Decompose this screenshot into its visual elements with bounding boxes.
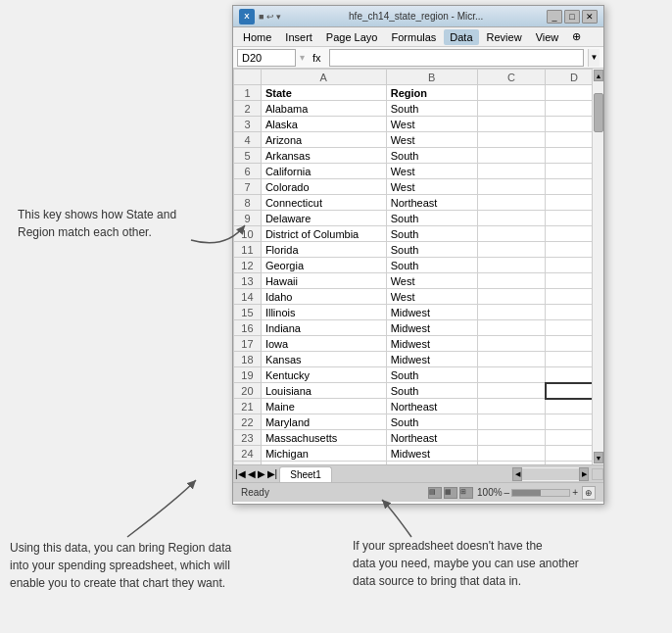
table-row[interactable]: 21MaineNortheast [234,399,603,414]
scroll-left-btn[interactable]: ◀ [512,467,522,481]
menu-item-review[interactable]: Review [481,29,528,45]
table-row[interactable]: 19KentuckySouth [234,367,603,383]
sheet-tab-sheet1[interactable]: Sheet1 [279,466,332,482]
table-row[interactable]: 5ArkansasSouth [234,148,603,164]
cell-region-15[interactable]: Midwest [386,305,477,320]
cell-state-24[interactable]: Michigan [261,446,386,462]
cell-c-25[interactable] [477,462,546,465]
cell-region-24[interactable]: Midwest [386,446,477,462]
menu-item-home[interactable]: Home [237,29,277,45]
tab-last[interactable]: ▶| [267,468,278,479]
cell-region-14[interactable]: West [386,289,477,305]
table-row[interactable]: 10District of ColumbiaSouth [234,226,603,242]
cell-region-6[interactable]: West [386,164,477,179]
cell-c-4[interactable] [477,132,546,148]
cell-region-10[interactable]: South [386,226,477,242]
cell-region-16[interactable]: Midwest [386,320,477,336]
cell-state-2[interactable]: Alabama [261,101,386,117]
table-row[interactable]: 15IllinoisMidwest [234,305,603,320]
cell-c-17[interactable] [477,336,546,352]
table-row[interactable]: 2AlabamaSouth [234,101,603,117]
cell-c-14[interactable] [477,289,546,305]
cell-region-20[interactable]: South [386,383,477,399]
cell-state-17[interactable]: Iowa [261,336,386,352]
table-row[interactable]: 4ArizonaWest [234,132,603,148]
cell-state-3[interactable]: Alaska [261,117,386,132]
horizontal-scrollbar[interactable]: ◀ ▶ [511,466,590,482]
cell-c-5[interactable] [477,148,546,164]
cell-state-4[interactable]: Arizona [261,132,386,148]
tab-first[interactable]: |◀ [235,468,246,479]
cell-region-12[interactable]: South [386,258,477,273]
cell-state-10[interactable]: District of Columbia [261,226,386,242]
cell-c-7[interactable] [477,179,546,195]
cell-region-1[interactable]: Region [386,85,477,101]
tab-prev[interactable]: ◀ [248,468,256,479]
menu-item-view[interactable]: View [530,29,565,45]
resize-handle[interactable] [592,468,603,480]
cell-c-8[interactable] [477,195,546,211]
formula-button[interactable]: fx [309,51,325,65]
cell-region-4[interactable]: West [386,132,477,148]
vertical-scrollbar[interactable]: ▲ ▼ [592,69,603,464]
cell-c-15[interactable] [477,305,546,320]
cell-c-1[interactable] [477,85,546,101]
cell-region-17[interactable]: Midwest [386,336,477,352]
cell-state-12[interactable]: Georgia [261,258,386,273]
cell-region-11[interactable]: South [386,242,477,258]
table-row[interactable]: 13HawaiiWest [234,273,603,289]
cell-c-20[interactable] [477,383,546,399]
cell-region-5[interactable]: South [386,148,477,164]
cell-c-18[interactable] [477,352,546,367]
table-row[interactable]: 24MichiganMidwest [234,446,603,462]
cell-c-6[interactable] [477,164,546,179]
tab-next[interactable]: ▶ [258,468,265,479]
cell-region-23[interactable]: Northeast [386,430,477,446]
cell-region-8[interactable]: Northeast [386,195,477,211]
cell-state-11[interactable]: Florida [261,242,386,258]
cell-state-8[interactable]: Connecticut [261,195,386,211]
cell-c-11[interactable] [477,242,546,258]
cell-c-16[interactable] [477,320,546,336]
table-row[interactable]: 1StateRegion [234,85,603,101]
cell-c-23[interactable] [477,430,546,446]
cell-state-16[interactable]: Indiana [261,320,386,336]
cell-state-6[interactable]: California [261,164,386,179]
scroll-up-btn[interactable]: ▲ [594,70,603,81]
cell-state-18[interactable]: Kansas [261,352,386,367]
cell-state-13[interactable]: Hawaii [261,273,386,289]
cell-region-22[interactable]: South [386,414,477,430]
scroll-down-btn[interactable]: ▼ [594,452,603,463]
cell-state-7[interactable]: Colorado [261,179,386,195]
name-box[interactable]: D20 [237,49,296,67]
table-row[interactable]: 18KansasMidwest [234,352,603,367]
cell-region-21[interactable]: Northeast [386,399,477,414]
table-row[interactable]: 6CaliforniaWest [234,164,603,179]
cell-state-23[interactable]: Massachusetts [261,430,386,446]
cell-state-22[interactable]: Maryland [261,414,386,430]
cell-state-20[interactable]: Louisiana [261,383,386,399]
cell-region-2[interactable]: South [386,101,477,117]
cell-region-3[interactable]: West [386,117,477,132]
table-row[interactable]: 22MarylandSouth [234,414,603,430]
cell-c-2[interactable] [477,101,546,117]
restore-button[interactable]: □ [564,10,580,24]
cell-region-9[interactable]: South [386,211,477,226]
table-row[interactable]: 3AlaskaWest [234,117,603,132]
zoom-minus[interactable]: – [504,487,510,498]
cell-c-21[interactable] [477,399,546,414]
cell-c-9[interactable] [477,211,546,226]
table-row[interactable]: 25MinnesotaMidwest [234,462,603,465]
table-row[interactable]: 16IndianaMidwest [234,320,603,336]
cell-region-7[interactable]: West [386,179,477,195]
menu-item-⊕[interactable]: ⊕ [566,28,587,45]
cell-state-15[interactable]: Illinois [261,305,386,320]
cell-state-9[interactable]: Delaware [261,211,386,226]
cell-region-18[interactable]: Midwest [386,352,477,367]
cell-c-19[interactable] [477,367,546,383]
table-row[interactable]: 7ColoradoWest [234,179,603,195]
cell-state-19[interactable]: Kentucky [261,367,386,383]
cell-state-5[interactable]: Arkansas [261,148,386,164]
table-row[interactable]: 17IowaMidwest [234,336,603,352]
window-controls[interactable]: _ □ ✕ [547,10,598,24]
